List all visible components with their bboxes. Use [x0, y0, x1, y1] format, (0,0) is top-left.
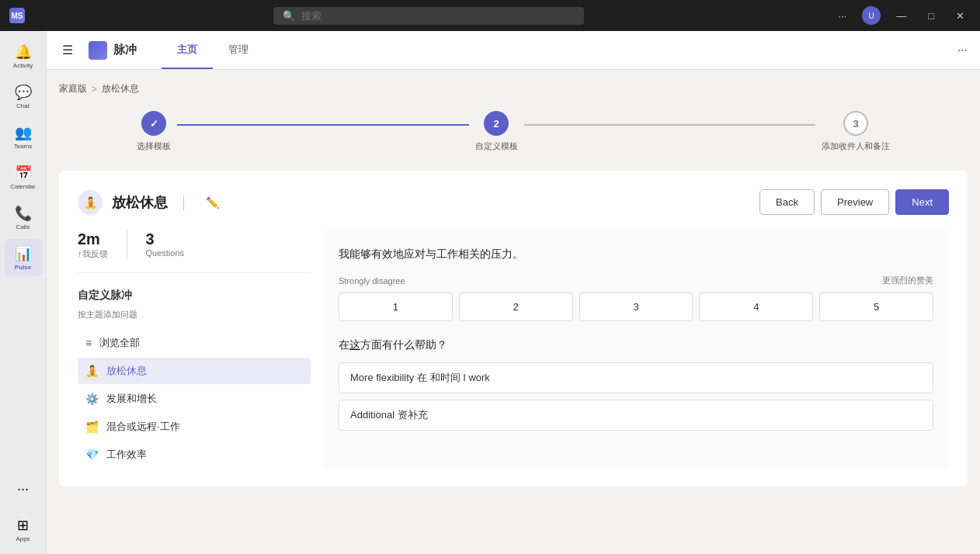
pulse-icon: 📊 [15, 245, 32, 262]
calendar-icon: 📅 [15, 164, 32, 182]
stat-questions-value: 3 [146, 230, 185, 248]
topic-relax[interactable]: 🧘 放松休息 [78, 358, 311, 384]
stat-separator [127, 230, 127, 260]
calls-icon: 📞 [15, 205, 32, 222]
preview-button[interactable]: Preview [821, 189, 889, 215]
scale-btn-3[interactable]: 3 [579, 293, 693, 321]
tab-home[interactable]: 主页 [162, 32, 213, 69]
next-button[interactable]: Next [895, 189, 949, 215]
back-button[interactable]: Back [759, 189, 815, 215]
left-panel: 2m ↑我反馈 3 Questions 自定义脉冲 按主题添加问题 [78, 230, 311, 468]
sidebar-item-more[interactable]: ··· [5, 470, 42, 507]
choice-btn-2[interactable]: Additional 资补充 [339, 400, 933, 431]
top-nav: ☰ 脉冲 主页 管理 ··· [47, 31, 980, 70]
topic-hybrid[interactable]: 🗂️ 混合或远程·工作 [78, 414, 311, 440]
logo-text: 脉冲 [113, 43, 137, 57]
card-title: 放松休息 [112, 193, 168, 212]
step-3: 3 添加收件人和备注 [822, 111, 890, 152]
sidebar-label-apps: Apps [16, 535, 30, 542]
sidebar-item-apps[interactable]: ⊞ Apps [5, 511, 42, 548]
section-title: 自定义脉冲 [78, 289, 311, 303]
step-3-label: 添加收件人和备注 [822, 140, 890, 152]
search-icon: 🔍 [283, 10, 295, 22]
stat-duration: 2m ↑我反馈 [78, 230, 127, 260]
sidebar-item-teams[interactable]: 👥 Teams [5, 118, 42, 155]
sidebar: 🔔 Activity 💬 Chat 👥 Teams 📅 Calendar 📞 C… [0, 31, 47, 554]
question-2: 在这方面有什么帮助？ More flexibility 在 和时间 I work… [339, 337, 933, 431]
chat-icon: 💬 [15, 84, 32, 101]
topic-efficiency-label: 工作效率 [106, 448, 147, 462]
topic-relax-icon: 🧘 [85, 365, 99, 377]
more-options-btn[interactable]: ··· [832, 7, 853, 25]
add-question-label: 按主题添加问题 [78, 309, 311, 320]
scale-right-label: 更强烈的赞美 [882, 275, 933, 286]
topic-all-label: 浏览全部 [99, 336, 140, 350]
step-2: 2 自定义模板 [475, 111, 518, 152]
scale-btn-1[interactable]: 1 [339, 293, 453, 321]
maximize-btn[interactable]: □ [922, 7, 940, 25]
minimize-btn[interactable]: — [890, 7, 912, 25]
sidebar-item-calendar[interactable]: 📅 Calendar [5, 158, 42, 196]
sidebar-label-teams: Teams [14, 143, 33, 150]
content-area: 家庭版 > 放松休息 ✓ 选择模板 2 自定义模板 3 添加收件人和备注 [47, 70, 980, 554]
right-panel: 我能够有效地应对与工作相关的压力。 Strongly disagree 更强烈的… [323, 230, 949, 468]
top-nav-right: ··· [957, 43, 968, 57]
scale-btn-4[interactable]: 4 [699, 293, 813, 321]
main-content: ☰ 脉冲 主页 管理 ··· 家庭版 > 放松休息 [47, 31, 980, 554]
stat-duration-value: 2m [78, 230, 108, 248]
topic-growth-label: 发展和增长 [106, 392, 157, 406]
sidebar-label-calls: Calls [16, 223, 30, 230]
step-3-circle: 3 [843, 111, 868, 136]
activity-icon: 🔔 [15, 43, 32, 61]
sidebar-item-calls[interactable]: 📞 Calls [5, 199, 42, 236]
sidebar-label-calendar: Calendar [10, 183, 35, 190]
stat-questions: 3 Questions [146, 230, 203, 260]
step-1-label: 选择模板 [137, 140, 171, 152]
search-bar[interactable]: 🔍 [273, 7, 584, 25]
title-bar-right: ··· U — □ ✕ [832, 6, 971, 25]
card-title-area: 🧘 放松休息 ✏️ [78, 190, 219, 215]
question-2-text: 在这方面有什么帮助？ [339, 337, 933, 353]
sidebar-label-chat: Chat [16, 102, 30, 109]
scale-options: 1 2 3 4 5 [339, 293, 933, 321]
step-1-circle: ✓ [141, 111, 166, 136]
app-icon: MS [9, 8, 25, 23]
choice-btn-1[interactable]: More flexibility 在 和时间 I work [339, 362, 933, 393]
hamburger-btn[interactable]: ☰ [59, 40, 76, 61]
teams-icon: 👥 [15, 124, 32, 141]
sidebar-item-activity[interactable]: 🔔 Activity [5, 37, 42, 74]
card-actions: Back Preview Next [759, 189, 949, 215]
app-layout: 🔔 Activity 💬 Chat 👥 Teams 📅 Calendar 📞 C… [0, 31, 980, 554]
edit-icon[interactable]: ✏️ [206, 196, 219, 209]
topic-growth[interactable]: ⚙️ 发展和增长 [78, 386, 311, 412]
scale-row: Strongly disagree 更强烈的赞美 [339, 275, 933, 286]
close-btn[interactable]: ✕ [950, 7, 971, 25]
avatar: U [862, 6, 881, 25]
step-line-2 [524, 124, 816, 126]
apps-icon: ⊞ [17, 517, 29, 534]
step-2-circle: 2 [484, 111, 509, 136]
sidebar-item-chat[interactable]: 💬 Chat [5, 78, 42, 115]
stat-questions-label: Questions [146, 248, 185, 258]
scale-left-label: Strongly disagree [339, 276, 405, 286]
tab-manage[interactable]: 管理 [213, 32, 264, 69]
step-line-1 [177, 124, 469, 126]
breadcrumb-home[interactable]: 家庭版 [59, 82, 87, 95]
top-nav-more-btn[interactable]: ··· [957, 43, 968, 57]
scale-btn-2[interactable]: 2 [459, 293, 573, 321]
topic-efficiency[interactable]: 💎 工作效率 [78, 441, 311, 468]
more-icon: ··· [17, 481, 29, 497]
nav-tabs: 主页 管理 [162, 32, 264, 69]
card-container: 🧘 放松休息 ✏️ Back Preview Next [59, 171, 968, 486]
topic-hybrid-label: 混合或远程·工作 [106, 420, 180, 434]
scale-btn-5[interactable]: 5 [819, 293, 933, 321]
search-input[interactable] [301, 10, 575, 22]
title-divider [183, 195, 184, 210]
topic-all[interactable]: ≡ 浏览全部 [78, 330, 311, 356]
two-col: 2m ↑我反馈 3 Questions 自定义脉冲 按主题添加问题 [78, 230, 949, 468]
topic-all-icon: ≡ [85, 337, 92, 349]
card-icon: 🧘 [78, 190, 103, 215]
topic-hybrid-icon: 🗂️ [85, 421, 99, 433]
sidebar-item-pulse[interactable]: 📊 Pulse [5, 239, 42, 276]
title-bar-left: MS [9, 8, 25, 23]
